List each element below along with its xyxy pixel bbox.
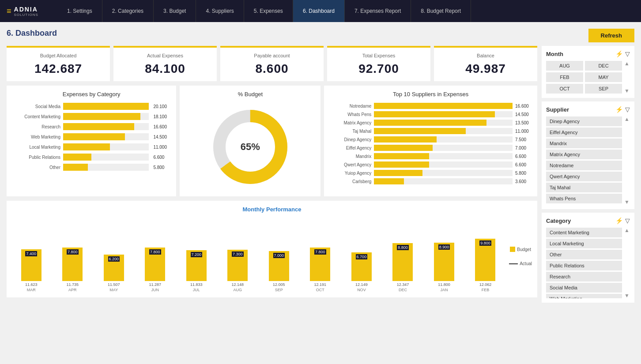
monthly-budget-bar: 7.800 bbox=[62, 248, 83, 281]
month-tag[interactable]: OCT bbox=[546, 84, 583, 94]
kpi-card: Actual Expenses 84.100 bbox=[113, 46, 217, 81]
supplier-name: Taj Mahal bbox=[329, 129, 371, 134]
monthly-col: 7.800 11.735 APR bbox=[53, 248, 92, 292]
supplier-value: 11.000 bbox=[515, 129, 532, 134]
supplier-scroll-down[interactable]: ▼ bbox=[624, 199, 630, 205]
refresh-button[interactable]: Refresh bbox=[588, 29, 634, 42]
kpi-label: Total Expenses bbox=[334, 53, 424, 58]
supplier-sidebar-item[interactable]: Qwert Agency bbox=[546, 172, 622, 181]
category-sidebar-item[interactable]: Web Marketing bbox=[546, 294, 622, 298]
bar-label: Social Media bbox=[12, 104, 60, 109]
monthly-budget-bar: 6.200 bbox=[104, 255, 124, 281]
monthly-budget-bar: 7.400 bbox=[21, 249, 41, 281]
supplier-bar-track bbox=[374, 103, 513, 109]
supplier-sidebar-item[interactable]: Eiffel Agency bbox=[546, 128, 622, 137]
category-section: Category ⚡ ▽ Content MarketingLocal Mark… bbox=[542, 213, 634, 303]
month-scroll-up[interactable]: ▲ bbox=[624, 61, 630, 66]
month-tag[interactable]: DEC bbox=[585, 61, 622, 71]
kpi-row: Budget Allocated 142.687Actual Expenses … bbox=[7, 46, 537, 81]
supplier-sidebar-list: Dinep AgencyEiffel AgencyMandrixMatrix A… bbox=[546, 116, 622, 205]
supplier-sidebar-item[interactable]: Mandrix bbox=[546, 139, 622, 148]
category-funnel-icon[interactable]: ▽ bbox=[625, 217, 630, 224]
supplier-value: 13.500 bbox=[515, 120, 532, 125]
month-funnel-icon[interactable]: ▽ bbox=[625, 50, 630, 57]
supplier-scroll: ▲ ▼ bbox=[624, 116, 630, 205]
bar-label: Public Relations bbox=[12, 155, 60, 160]
monthly-actual-value: 12.148 bbox=[232, 282, 244, 287]
supplier-bar-fill bbox=[374, 161, 429, 168]
month-scroll: ▲ ▼ bbox=[624, 61, 630, 94]
category-filter-icon[interactable]: ⚡ bbox=[615, 217, 623, 224]
pct-budget-panel: % Budget 65% bbox=[180, 86, 320, 196]
supplier-bar-fill bbox=[374, 145, 432, 151]
category-sidebar-item[interactable]: Local Marketing bbox=[546, 239, 622, 248]
legend-actual: Actual bbox=[509, 261, 532, 266]
bar-track bbox=[63, 103, 149, 110]
supplier-sidebar-item[interactable]: Dinep Agency bbox=[546, 116, 622, 126]
bar-value: 6.600 bbox=[153, 155, 171, 160]
supplier-bar-fill bbox=[374, 128, 466, 134]
month-filter-icon[interactable]: ⚡ bbox=[615, 50, 623, 57]
nav-item[interactable]: 2. Categories bbox=[102, 0, 154, 22]
supplier-scroll-up[interactable]: ▲ bbox=[624, 116, 630, 122]
month-tag[interactable]: FEB bbox=[546, 72, 583, 82]
supplier-value: 14.500 bbox=[515, 112, 532, 117]
bar-row: Web Marketing 14.500 bbox=[12, 133, 171, 140]
category-sidebar-item[interactable]: Content Marketing bbox=[546, 228, 622, 237]
supplier-value: 5.800 bbox=[515, 171, 532, 176]
supplier-sidebar-item[interactable]: Matrix Agency bbox=[546, 150, 622, 159]
month-scroll-down[interactable]: ▼ bbox=[624, 88, 630, 94]
nav-item[interactable]: 3. Budget bbox=[154, 0, 196, 22]
category-scroll-down[interactable]: ▼ bbox=[624, 293, 630, 298]
monthly-col: 7.300 12.148 AUG bbox=[219, 250, 257, 292]
nav-item[interactable]: 8. Budget Report bbox=[411, 0, 471, 22]
nav-item[interactable]: 4. Suppliers bbox=[196, 0, 244, 22]
category-scroll: ▲ ▼ bbox=[624, 228, 630, 298]
supplier-name: Carlsberg bbox=[329, 179, 371, 184]
supplier-bar-fill bbox=[374, 120, 486, 126]
kpi-value: 8.600 bbox=[227, 62, 317, 76]
supplier-bar-track bbox=[374, 161, 513, 168]
supplier-name: Eiffel Agency bbox=[329, 146, 371, 150]
category-sidebar-item[interactable]: Research bbox=[546, 272, 622, 281]
monthly-actual-value: 11.833 bbox=[190, 282, 203, 287]
category-sidebar-item[interactable]: Social Media bbox=[546, 283, 622, 293]
monthly-actual-value: 11.507 bbox=[108, 282, 120, 287]
supplier-bar-track bbox=[374, 120, 513, 126]
kpi-label: Balance bbox=[441, 53, 531, 58]
supplier-sidebar-item[interactable]: Whats Pens bbox=[546, 194, 622, 203]
supplier-funnel-icon[interactable]: ▽ bbox=[625, 106, 630, 113]
category-sidebar-item[interactable]: Other bbox=[546, 250, 622, 259]
kpi-label: Budget Allocated bbox=[13, 53, 103, 58]
monthly-month-label: APR bbox=[68, 288, 77, 292]
supplier-sidebar-item[interactable]: Taj Mahal bbox=[546, 183, 622, 192]
category-scroll-up[interactable]: ▲ bbox=[624, 228, 630, 233]
monthly-bar-group: 6.200 bbox=[94, 255, 133, 281]
page-title: 6. Dashboard bbox=[7, 29, 57, 38]
monthly-bar-group: 9.800 bbox=[466, 239, 505, 281]
supplier-sidebar-item[interactable]: Notredame bbox=[546, 161, 622, 170]
nav-item[interactable]: 7. Expenses Report bbox=[345, 0, 411, 22]
monthly-budget-label: 6.700 bbox=[356, 254, 368, 259]
bar-value: 18.100 bbox=[153, 114, 171, 119]
kpi-value: 92.700 bbox=[334, 62, 424, 76]
category-sidebar-item[interactable]: Public Relations bbox=[546, 261, 622, 270]
expenses-by-category-panel: Expenses by Category Social Media 20.100… bbox=[7, 86, 176, 196]
monthly-bar-group: 7.800 bbox=[301, 248, 340, 281]
monthly-budget-bar: 7.800 bbox=[310, 248, 330, 281]
monthly-month-label: JUL bbox=[193, 288, 200, 292]
supplier-filter-icon[interactable]: ⚡ bbox=[615, 106, 623, 113]
month-tag[interactable]: SEP bbox=[585, 84, 622, 94]
month-tag[interactable]: AUG bbox=[546, 61, 583, 71]
supplier-bar-fill bbox=[374, 178, 404, 184]
nav-item[interactable]: 1. Settings bbox=[57, 0, 102, 22]
bar-fill bbox=[63, 154, 91, 161]
category-header: Category ⚡ ▽ bbox=[546, 217, 630, 224]
nav-item[interactable]: 6. Dashboard bbox=[293, 0, 345, 22]
monthly-month-label: SEP bbox=[275, 288, 283, 292]
month-tag[interactable]: MAY bbox=[585, 72, 622, 82]
supplier-value: 16.600 bbox=[515, 104, 532, 109]
nav-item[interactable]: 5. Expenses bbox=[244, 0, 293, 22]
top10-title: Top 10 Suppliers in Expenses bbox=[329, 91, 532, 98]
monthly-budget-label: 7.400 bbox=[25, 251, 37, 256]
